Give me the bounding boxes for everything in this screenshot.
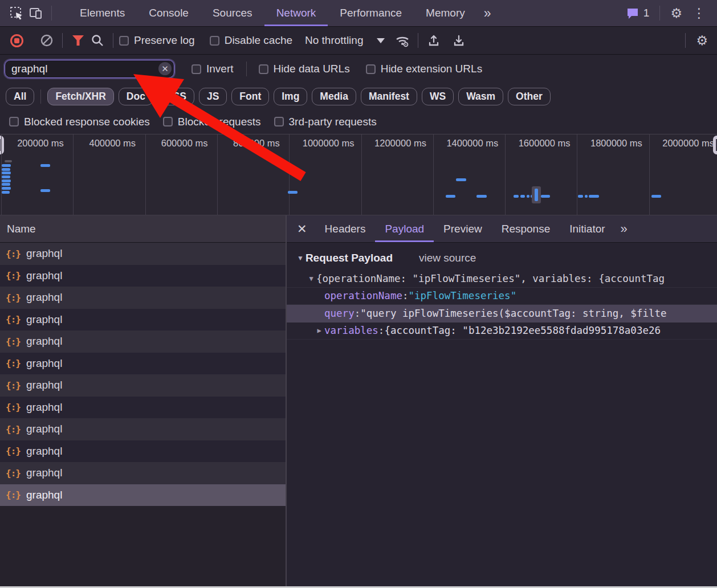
- detail-tabs-bar: ✕ HeadersPayloadPreviewResponseInitiator…: [287, 215, 717, 243]
- blocked-requests-checkbox[interactable]: [163, 117, 173, 126]
- request-timing-bar: [2, 191, 10, 194]
- timeline-gridline: [289, 134, 290, 215]
- network-main-area: Name {:}graphql{:}graphql{:}graphql{:}gr…: [0, 215, 717, 588]
- divider: [40, 89, 41, 104]
- request-row[interactable]: {:}graphql: [0, 397, 286, 419]
- inspect-element-icon[interactable]: [7, 3, 26, 23]
- request-row[interactable]: {:}graphql: [0, 265, 286, 287]
- filter-input[interactable]: [5, 60, 174, 78]
- payload-row[interactable]: query: "query ipFlowTimeseries($accountT…: [287, 305, 717, 322]
- network-conditions-icon[interactable]: [393, 31, 412, 50]
- request-row[interactable]: {:}graphql: [0, 287, 286, 309]
- export-har-icon[interactable]: [449, 31, 469, 50]
- filter-chip-font[interactable]: Font: [231, 88, 269, 105]
- blocked-requests-label: Blocked requests: [178, 116, 261, 128]
- payload-row[interactable]: ▶variables: {accountTag: "b12e3b2192ee55…: [287, 322, 717, 340]
- collapse-triangle-icon[interactable]: ▼: [306, 275, 316, 283]
- divider: [51, 6, 52, 21]
- filter-chip-doc[interactable]: Doc: [119, 88, 153, 105]
- filter-chip-js[interactable]: JS: [199, 88, 227, 105]
- throttling-dropdown[interactable]: No throttling: [305, 34, 385, 47]
- clear-filter-icon[interactable]: ✕: [158, 62, 172, 75]
- tab-performance[interactable]: Performance: [328, 0, 414, 26]
- network-overview-timeline[interactable]: 200000 ms400000 ms600000 ms800000 ms1000…: [0, 134, 717, 215]
- name-column-header[interactable]: Name: [0, 215, 286, 243]
- device-toolbar-icon[interactable]: [26, 3, 46, 23]
- payload-value: "ipFlowTimeseries": [409, 290, 517, 301]
- invert-group: Invert: [192, 63, 234, 75]
- more-detail-tabs-chevron-icon[interactable]: »: [615, 215, 633, 242]
- detail-tab-preview[interactable]: Preview: [434, 215, 492, 242]
- disable-cache-checkbox[interactable]: [210, 36, 219, 46]
- tab-network[interactable]: Network: [264, 0, 328, 26]
- timeline-gridline: [433, 134, 434, 215]
- filter-chip-fetch-xhr[interactable]: Fetch/XHR: [47, 88, 113, 105]
- request-row[interactable]: {:}graphql: [0, 418, 286, 440]
- request-timing-bar: [2, 175, 10, 178]
- close-detail-icon[interactable]: ✕: [287, 215, 315, 242]
- 3rd-party-requests-label: 3rd-party requests: [289, 116, 377, 128]
- request-detail-panel: ✕ HeadersPayloadPreviewResponseInitiator…: [287, 215, 717, 588]
- filter-chip-css[interactable]: CSS: [158, 88, 194, 105]
- filter-chip-media[interactable]: Media: [312, 88, 356, 105]
- more-tabs-chevron-icon[interactable]: »: [477, 0, 498, 26]
- clear-network-log-icon[interactable]: [37, 31, 56, 50]
- 3rd-party-requests-checkbox[interactable]: [274, 117, 284, 126]
- request-timing-bar: [651, 195, 661, 198]
- network-settings-gear-icon[interactable]: ⚙: [691, 33, 712, 48]
- timeline-tick-label: 200000 ms: [9, 138, 72, 149]
- import-har-icon[interactable]: [424, 31, 443, 50]
- record-button[interactable]: [10, 34, 23, 47]
- section-collapse-triangle-icon[interactable]: ▼: [297, 254, 304, 262]
- request-row[interactable]: {:}graphql: [0, 330, 286, 353]
- hide-data-urls-group: Hide data URLs: [259, 63, 350, 75]
- tab-elements[interactable]: Elements: [68, 0, 137, 26]
- detail-tab-response[interactable]: Response: [492, 215, 560, 242]
- panel-tabs: ElementsConsoleSourcesNetworkPerformance…: [68, 0, 477, 26]
- divider: [659, 6, 660, 21]
- detail-tab-headers[interactable]: Headers: [315, 215, 376, 242]
- request-name: graphql: [26, 467, 62, 479]
- filter-chip-other[interactable]: Other: [508, 88, 551, 105]
- request-row[interactable]: {:}graphql: [0, 309, 286, 331]
- filter-chip-wasm[interactable]: Wasm: [458, 88, 503, 105]
- filter-chip-ws[interactable]: WS: [422, 88, 454, 105]
- request-row[interactable]: {:}graphql: [0, 243, 286, 265]
- payload-row[interactable]: operationName: "ipFlowTimeseries": [287, 288, 717, 305]
- detail-tab-initiator[interactable]: Initiator: [560, 215, 614, 242]
- expand-triangle-icon[interactable]: ▶: [314, 326, 324, 334]
- hide-extension-urls-checkbox[interactable]: [366, 64, 376, 74]
- request-name: graphql: [26, 401, 62, 414]
- request-row[interactable]: {:}graphql: [0, 353, 286, 375]
- invert-checkbox[interactable]: [192, 64, 201, 74]
- filter-chip-manifest[interactable]: Manifest: [361, 88, 417, 105]
- blocked-requests-group: Blocked requests: [163, 116, 261, 128]
- tab-sources[interactable]: Sources: [201, 0, 264, 26]
- request-row[interactable]: {:}graphql: [0, 374, 286, 397]
- blocked-response-cookies-checkbox[interactable]: [9, 117, 19, 126]
- view-source-link[interactable]: view source: [419, 252, 476, 264]
- request-name: graphql: [26, 489, 62, 501]
- divider: [246, 62, 247, 76]
- payload-row[interactable]: ▼{operationName: "ipFlowTimeseries", var…: [287, 270, 717, 288]
- kebab-menu-icon[interactable]: ⋮: [687, 6, 711, 21]
- request-row[interactable]: {:}graphql: [0, 484, 286, 507]
- console-messages-badge[interactable]: 1: [626, 6, 650, 20]
- filter-chip-img[interactable]: Img: [274, 88, 307, 105]
- payload-value: {accountTag: "b12e3b2192ee5588fdad995178…: [384, 325, 661, 336]
- preserve-log-checkbox[interactable]: [119, 36, 129, 46]
- request-timing-bar: [40, 189, 50, 192]
- timeline-tick-label: 600000 ms: [153, 138, 217, 149]
- filter-chip-all[interactable]: All: [6, 88, 34, 105]
- tab-console[interactable]: Console: [137, 0, 201, 26]
- search-icon[interactable]: [88, 31, 107, 50]
- detail-tab-payload[interactable]: Payload: [375, 215, 434, 242]
- timeline-gridline: [505, 134, 506, 215]
- request-timing-bar: [2, 172, 11, 174]
- request-row[interactable]: {:}graphql: [0, 440, 286, 463]
- tab-memory[interactable]: Memory: [414, 0, 477, 26]
- settings-gear-icon[interactable]: ⚙: [666, 6, 687, 21]
- hide-data-urls-checkbox[interactable]: [259, 64, 268, 74]
- request-row[interactable]: {:}graphql: [0, 462, 286, 484]
- filter-funnel-icon[interactable]: [68, 31, 88, 50]
